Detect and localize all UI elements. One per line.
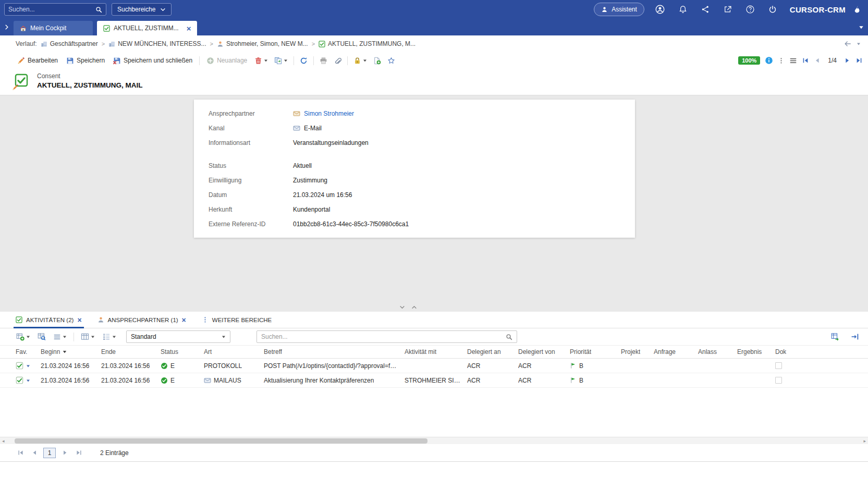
fav-check-icon[interactable] <box>16 376 23 384</box>
activity-row-2[interactable]: 21.03.2024 16:56 21.03.2024 16:56 E MAIL… <box>0 373 868 388</box>
save-button[interactable]: Speichern <box>63 55 108 66</box>
global-search-box[interactable] <box>4 3 106 16</box>
last-record-icon[interactable] <box>855 57 863 64</box>
tab-ansprechpartner[interactable]: ANSPRECHPARTNER (1) × <box>97 312 186 328</box>
view-select[interactable]: Standard <box>126 330 230 343</box>
col-header-fav[interactable]: Fav. <box>16 348 41 355</box>
expand-sidebar-button[interactable] <box>0 19 14 35</box>
tab-record-active[interactable]: AKTUELL, ZUSTIMM... × <box>97 21 197 35</box>
col-header-ergebnis[interactable]: Ergebnis <box>737 348 775 355</box>
activities-search-input[interactable] <box>261 333 506 340</box>
assistant-button[interactable]: Assistent <box>594 3 644 16</box>
history-back-icon[interactable] <box>844 40 851 47</box>
col-header-delegiert-an[interactable]: Delegiert an <box>467 348 518 355</box>
logout-button[interactable] <box>765 3 780 16</box>
horizontal-scrollbar[interactable]: ◂ ▸ <box>0 437 868 444</box>
status-ok-icon <box>161 362 168 370</box>
collapse-down-icon[interactable] <box>399 304 405 310</box>
edit-button[interactable]: Bearbeiten <box>14 55 62 66</box>
notifications-button[interactable] <box>676 3 690 16</box>
activity-row-1[interactable]: 21.03.2024 16:56 21.03.2024 16:56 E PROT… <box>0 359 868 373</box>
account-button[interactable] <box>652 3 668 16</box>
new-document-button[interactable] <box>371 55 384 66</box>
help-button[interactable] <box>743 3 757 16</box>
caret-down-icon[interactable] <box>26 378 30 383</box>
previous-record-icon[interactable] <box>814 57 821 64</box>
new-activity-button[interactable] <box>14 331 33 342</box>
close-tab-icon[interactable]: × <box>77 316 81 324</box>
col-header-art[interactable]: Art <box>204 348 264 355</box>
copy-transfer-button[interactable] <box>272 55 290 66</box>
cell-dok[interactable] <box>775 362 868 369</box>
breadcrumb-item-consent[interactable]: AKTUELL, ZUSTIMMUNG, M... <box>319 40 415 47</box>
search-icon[interactable] <box>95 6 102 13</box>
scroll-right-icon[interactable]: ▸ <box>863 437 866 445</box>
dok-checkbox[interactable] <box>775 362 782 369</box>
activities-search-box[interactable] <box>256 330 517 343</box>
tab-aktivitaeten[interactable]: AKTIVITÄTEN (2) × <box>16 312 82 328</box>
breadcrumb-item-company[interactable]: NEW MÜNCHEN, INTERESS... <box>108 40 206 47</box>
lock-button[interactable] <box>351 55 370 66</box>
more-options-icon[interactable] <box>778 57 785 64</box>
cell-dok[interactable] <box>775 377 868 384</box>
share-button[interactable] <box>698 3 713 16</box>
caret-down-icon[interactable] <box>26 364 30 368</box>
col-header-beginn[interactable]: Beginn <box>41 348 101 355</box>
previous-page-button[interactable] <box>28 447 41 459</box>
scroll-left-icon[interactable]: ◂ <box>2 437 5 445</box>
scrollbar-thumb[interactable] <box>15 438 427 444</box>
col-header-delegiert-von[interactable]: Delegiert von <box>518 348 570 355</box>
dok-checkbox[interactable] <box>775 377 782 384</box>
splitter-handle[interactable] <box>399 304 417 310</box>
attachment-button[interactable] <box>331 55 344 66</box>
print-button[interactable] <box>317 55 330 66</box>
delete-button[interactable] <box>252 55 271 66</box>
next-record-icon[interactable] <box>843 57 851 64</box>
col-header-status[interactable]: Status <box>161 348 204 355</box>
first-record-icon[interactable] <box>802 57 809 64</box>
menu-icon[interactable] <box>789 57 797 65</box>
last-page-button[interactable] <box>72 447 85 459</box>
col-header-aktivitaet-mit[interactable]: Aktivität mit <box>405 348 467 355</box>
tabs-overflow-icon[interactable] <box>859 24 864 30</box>
info-icon[interactable] <box>765 56 773 65</box>
col-header-prioritaet[interactable]: Priorität <box>570 348 621 355</box>
close-tab-icon[interactable]: × <box>182 316 186 324</box>
collapse-panel-button[interactable] <box>848 331 862 342</box>
close-tab-icon[interactable]: × <box>187 24 191 32</box>
col-header-dok[interactable]: Dok <box>775 348 868 355</box>
export-table-button[interactable] <box>828 331 842 342</box>
plus-circle-icon <box>206 57 214 65</box>
breadcrumb-item-contact[interactable]: Strohmeier, Simon, NEW M... <box>217 40 308 47</box>
cell-fav[interactable] <box>16 376 41 384</box>
next-page-button[interactable] <box>58 447 71 459</box>
search-areas-button[interactable]: Suchbereiche <box>112 3 172 16</box>
contact-link[interactable]: Simon Strohmeier <box>293 110 354 117</box>
favorite-button[interactable] <box>385 55 398 66</box>
open-new-window-button[interactable] <box>720 3 735 16</box>
search-icon[interactable] <box>506 334 512 340</box>
breadcrumb-item-geschaeftspartner[interactable]: Geschäftspartner <box>41 40 98 47</box>
tab-mein-cockpit[interactable]: Mein Cockpit <box>14 21 93 35</box>
search-in-table-button[interactable] <box>35 331 48 342</box>
cell-fav[interactable] <box>16 362 41 370</box>
col-header-ende[interactable]: Ende <box>101 348 161 355</box>
history-dropdown-icon[interactable] <box>857 42 861 46</box>
list-menu-button[interactable] <box>51 332 69 342</box>
col-header-anfrage[interactable]: Anfrage <box>654 348 698 355</box>
layout-button[interactable] <box>100 331 119 342</box>
refresh-button[interactable] <box>297 55 310 66</box>
new-record-button[interactable]: Neuanlage <box>203 55 251 66</box>
global-search-input[interactable] <box>8 6 95 13</box>
col-header-betreff[interactable]: Betreff <box>264 348 405 355</box>
columns-config-button[interactable] <box>78 331 97 342</box>
zoom-badge[interactable]: 100% <box>738 56 760 65</box>
save-close-button[interactable]: Speichern und schließen <box>109 55 196 66</box>
current-page[interactable]: 1 <box>43 448 56 458</box>
collapse-up-icon[interactable] <box>411 304 417 310</box>
fav-check-icon[interactable] <box>16 362 23 370</box>
col-header-projekt[interactable]: Projekt <box>621 348 654 355</box>
first-page-button[interactable] <box>14 447 27 459</box>
tab-weitere-bereiche[interactable]: WEITERE BEREICHE <box>202 312 272 328</box>
col-header-anlass[interactable]: Anlass <box>698 348 737 355</box>
